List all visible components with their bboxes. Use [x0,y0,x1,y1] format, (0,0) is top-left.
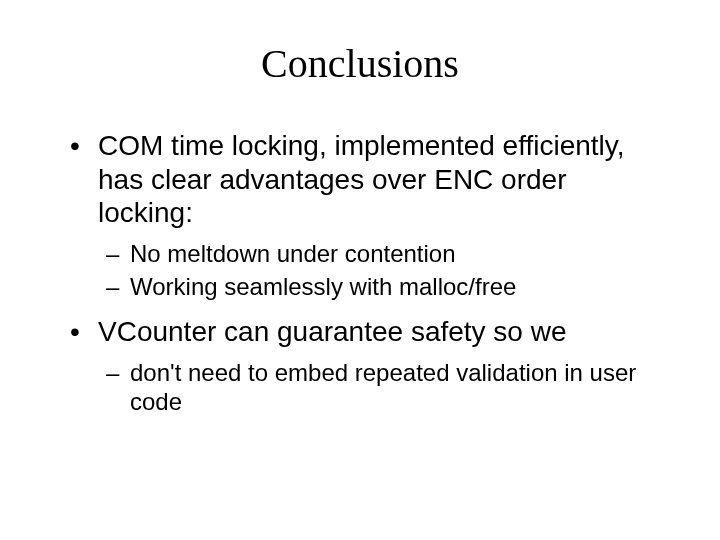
bullet-text: VCounter can guarantee safety so we [98,316,567,347]
list-item: COM time locking, implemented efficientl… [70,129,660,301]
bullet-list: COM time locking, implemented efficientl… [70,129,660,417]
sub-bullet-text: don't need to embed repeated validation … [130,359,636,415]
list-item: don't need to embed repeated validation … [106,359,660,417]
sub-bullet-list: No meltdown under contention Working sea… [106,240,660,302]
slide: Conclusions COM time locking, implemente… [0,0,720,540]
list-item: VCounter can guarantee safety so we don'… [70,315,660,416]
list-item: Working seamlessly with malloc/free [106,273,660,302]
list-item: No meltdown under contention [106,240,660,269]
slide-title: Conclusions [60,40,660,87]
sub-bullet-text: Working seamlessly with malloc/free [130,273,516,300]
sub-bullet-text: No meltdown under contention [130,240,456,267]
sub-bullet-list: don't need to embed repeated validation … [106,359,660,417]
bullet-text: COM time locking, implemented efficientl… [98,130,625,228]
